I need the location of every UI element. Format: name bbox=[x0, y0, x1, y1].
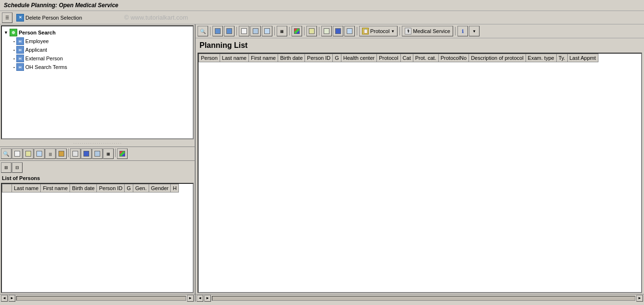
toolbar-separator bbox=[68, 148, 69, 157]
medical-service-btn[interactable]: ⚕ Medical Service bbox=[402, 26, 453, 36]
col-icon bbox=[2, 184, 12, 192]
app-title: Schedule Planning: Open Medical Service bbox=[4, 2, 118, 9]
rt-scroll-track[interactable] bbox=[212, 296, 635, 301]
planning-list-title: Planning List bbox=[196, 38, 644, 52]
delete-person-btn[interactable]: ✕ Delete Person Selection bbox=[14, 13, 84, 23]
bullet-icon: • bbox=[13, 56, 15, 61]
persons-table: Last name First name Birth date Person I… bbox=[2, 184, 179, 192]
protocol-icon: 📋 bbox=[362, 28, 369, 34]
col-protocol: Protocol bbox=[377, 54, 400, 62]
protocol-btn[interactable]: 📋 Protocol ▼ bbox=[359, 26, 398, 36]
rt-grid-btn[interactable] bbox=[262, 26, 272, 36]
col-personid: Person ID bbox=[97, 184, 125, 192]
rt-info2-btn[interactable]: ▼ bbox=[469, 26, 480, 36]
col-g: G bbox=[333, 54, 341, 62]
col-description: Description of protocol bbox=[469, 54, 526, 62]
expand-btn[interactable]: ⊞ bbox=[1, 162, 12, 173]
save-btn[interactable] bbox=[92, 148, 103, 159]
main-content: ▼ ⊕ Person Search • H Employee • H Appli… bbox=[0, 24, 644, 302]
bullet-icon: • bbox=[13, 48, 15, 52]
rt-sep3 bbox=[274, 27, 275, 35]
medical-service-icon: ⚕ bbox=[405, 28, 411, 34]
oh-search-icon: H bbox=[16, 63, 24, 71]
rt-grid2-btn[interactable]: ▦ bbox=[277, 26, 287, 36]
applicant-icon: H bbox=[16, 46, 24, 54]
col-firstname: First name bbox=[41, 184, 70, 192]
rt-multi-btn[interactable] bbox=[292, 26, 302, 36]
rt-copy-btn[interactable] bbox=[250, 26, 261, 36]
rt-sep2 bbox=[236, 27, 237, 35]
grid-btn[interactable]: ▦ bbox=[103, 148, 114, 159]
external-person-icon: H bbox=[16, 55, 24, 62]
list-of-persons-title: List of Persons bbox=[0, 174, 195, 182]
employee-icon: H bbox=[16, 37, 24, 45]
col-birthdate: Birth date bbox=[278, 54, 305, 62]
col-protocolno: ProtocolNo bbox=[438, 54, 468, 62]
rt-layout-btn[interactable] bbox=[344, 26, 355, 36]
scroll-track[interactable] bbox=[16, 296, 186, 301]
tree-item-external-person[interactable]: • H External Person bbox=[13, 54, 191, 63]
copy-btn[interactable] bbox=[70, 148, 81, 159]
tree-item-oh-search[interactable]: • H OH Search Terms bbox=[13, 63, 191, 71]
rt-info-btn[interactable]: ℹ bbox=[457, 26, 468, 36]
rt-scroll-left-btn[interactable]: ◄ bbox=[197, 295, 203, 302]
rt-sep1 bbox=[210, 27, 211, 35]
list-section: Last name First name Birth date Person I… bbox=[1, 183, 194, 293]
tree-section: ▼ ⊕ Person Search • H Employee • H Appli… bbox=[1, 25, 194, 139]
left-toolbar: 🔍 ||| bbox=[0, 147, 195, 160]
col-examtype: Exam. type bbox=[526, 54, 556, 62]
rt-scroll-right2-btn[interactable]: ► bbox=[636, 295, 643, 302]
rt-save1-btn[interactable] bbox=[212, 26, 223, 36]
paste-btn[interactable] bbox=[81, 148, 92, 159]
panel-separator: · · · · · · · · · · · · · · · · · · · · … bbox=[0, 140, 195, 147]
rt-search-btn[interactable]: 🔍 bbox=[198, 26, 208, 36]
rt-sep8 bbox=[399, 27, 400, 35]
search-btn[interactable]: 🔍 bbox=[1, 148, 12, 159]
print-btn[interactable] bbox=[12, 148, 23, 159]
rt-col-btn[interactable] bbox=[333, 26, 343, 36]
menu-icon[interactable]: ☰ bbox=[2, 12, 12, 23]
tree-expand-icon: ▼ bbox=[4, 30, 8, 35]
menu-bar: ☰ ✕ Delete Person Selection © www.tutori… bbox=[0, 11, 644, 24]
rt-export-btn[interactable] bbox=[321, 26, 332, 36]
title-bar: Schedule Planning: Open Medical Service bbox=[0, 0, 644, 11]
rt-scroll-right-btn[interactable]: ► bbox=[204, 295, 211, 302]
planning-list-table-container: Person Last name First name Birth date P… bbox=[198, 53, 642, 293]
rt-save2-btn[interactable] bbox=[224, 26, 234, 36]
scroll-right2-btn[interactable]: ► bbox=[187, 295, 194, 302]
scroll-left-btn[interactable]: ◄ bbox=[1, 295, 8, 302]
col-h: H bbox=[171, 184, 179, 192]
filter-btn[interactable] bbox=[23, 148, 34, 159]
table-btn[interactable] bbox=[34, 148, 45, 159]
toolbar-separator2 bbox=[115, 148, 116, 157]
rt-sep5 bbox=[304, 27, 304, 35]
tree-item-applicant[interactable]: • H Applicant bbox=[13, 45, 191, 54]
filter2-btn[interactable] bbox=[56, 148, 67, 159]
right-toolbar: 🔍 ▦ bbox=[196, 24, 644, 38]
tree-item-employee[interactable]: • H Employee bbox=[13, 37, 191, 45]
left-scrollbar: ◄ ► ► bbox=[0, 294, 195, 302]
scroll-right-btn[interactable]: ► bbox=[9, 295, 15, 302]
watermark: © www.tutorialkart.com bbox=[124, 14, 188, 21]
col-birthdate: Birth date bbox=[70, 184, 97, 192]
col-gen: Gen. bbox=[133, 184, 149, 192]
planning-table: Person Last name First name Birth date P… bbox=[199, 54, 598, 62]
col-personid: Person ID bbox=[305, 54, 333, 62]
rt-print-btn[interactable] bbox=[239, 26, 249, 36]
protocol-dropdown-icon: ▼ bbox=[391, 29, 395, 34]
delete-person-icon: ✕ bbox=[16, 14, 24, 22]
rt-filter-btn[interactable] bbox=[306, 26, 317, 36]
rt-sep9 bbox=[455, 27, 456, 35]
col-lastname: Last name bbox=[12, 184, 41, 192]
col-g: G bbox=[125, 184, 133, 192]
rt-sep7 bbox=[357, 27, 357, 35]
collapse-btn[interactable]: ⊟ bbox=[12, 162, 23, 173]
multi-btn[interactable] bbox=[117, 148, 128, 159]
col-person: Person bbox=[199, 54, 220, 62]
col-btn[interactable]: ||| bbox=[45, 148, 56, 159]
col-lastname: Last name bbox=[220, 54, 248, 62]
bullet-icon: • bbox=[13, 39, 15, 44]
tree-root-person-search[interactable]: ▼ ⊕ Person Search bbox=[4, 28, 191, 37]
col-gender: Gender bbox=[149, 184, 171, 192]
tree-root-icon: ⊕ bbox=[10, 29, 17, 36]
